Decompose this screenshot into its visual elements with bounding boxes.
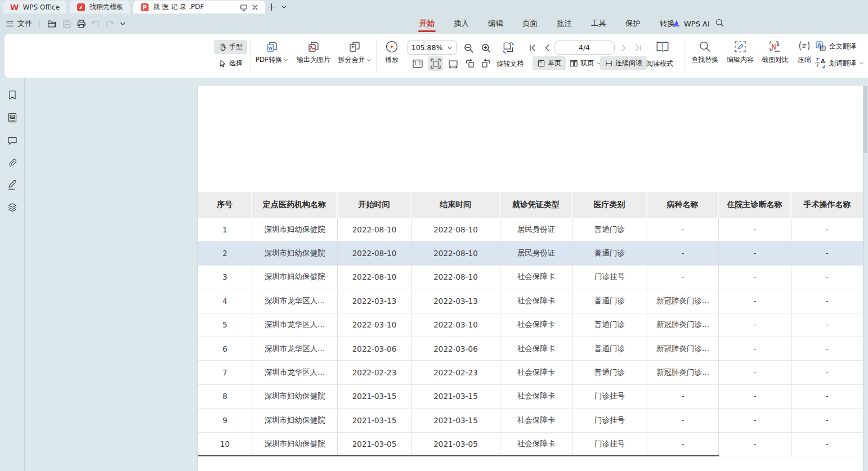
table-cell: 1 xyxy=(198,218,252,241)
actual-size-button[interactable]: 1:1 xyxy=(411,57,424,70)
find-replace-button[interactable]: 查找替换 xyxy=(687,38,723,73)
main-menus: 开始 插入 编辑 页面 批注 工具 保护 转换 xyxy=(410,14,684,34)
single-page-button[interactable]: 单页 xyxy=(533,56,566,70)
svg-text:字: 字 xyxy=(815,62,820,68)
first-page-button[interactable] xyxy=(527,42,538,53)
hand-tool-button[interactable]: 手型 xyxy=(214,40,247,54)
search-icon[interactable] xyxy=(715,18,724,28)
monitor-icon[interactable] xyxy=(240,3,248,11)
table-cell: 2021-03-15 xyxy=(411,385,500,409)
table-header-cell: 就诊凭证类型 xyxy=(500,192,572,218)
table-cell: - xyxy=(791,241,863,265)
menu-insert[interactable]: 插入 xyxy=(444,14,478,34)
table-cell: 深圳市妇幼保健院 xyxy=(252,241,338,265)
table-header-cell: 结束时间 xyxy=(411,192,500,218)
table-header-row: 序号定点医药机构名称开始时间结束时间就诊凭证类型医疗类别病种名称住院主诊断名称手… xyxy=(198,192,863,218)
menu-tools[interactable]: 工具 xyxy=(581,14,616,34)
close-tab-icon[interactable] xyxy=(252,4,258,11)
table-cell: 2022-03-10 xyxy=(338,313,411,337)
wps-ai-button[interactable]: WPS AI xyxy=(672,14,710,34)
save-icon[interactable] xyxy=(62,19,71,29)
table-cell: - xyxy=(791,266,863,289)
fit-page-button[interactable] xyxy=(428,56,443,71)
continuous-reading-button[interactable]: 连续阅读 xyxy=(600,56,647,70)
tab-document-pdf[interactable]: P 就 医 记 录 .PDF xyxy=(133,1,265,14)
rotate-document-icon-button[interactable] xyxy=(500,39,517,56)
new-tab-button[interactable] xyxy=(265,1,278,13)
edit-content-button[interactable]: 编辑内容 xyxy=(723,38,758,73)
undo-icon[interactable] xyxy=(91,19,100,28)
redo-icon[interactable] xyxy=(105,19,114,28)
table-cell: 2022-03-13 xyxy=(338,289,411,313)
menu-home[interactable]: 开始 xyxy=(410,14,444,34)
rotate-right-button[interactable] xyxy=(478,57,493,70)
read-mode-icon-button[interactable] xyxy=(654,39,671,55)
tab-list-dropdown[interactable] xyxy=(278,1,290,13)
divider xyxy=(250,39,251,72)
comment-icon[interactable] xyxy=(7,135,18,146)
attachment-icon[interactable] xyxy=(7,157,18,168)
svg-text:P: P xyxy=(142,5,146,11)
pdf-convert-button[interactable]: PDF转换 xyxy=(252,38,292,73)
table-cell: - xyxy=(719,409,791,432)
signature-icon[interactable] xyxy=(7,180,18,191)
menu-protect[interactable]: 保护 xyxy=(616,14,650,34)
print-icon[interactable] xyxy=(77,19,86,29)
read-mode-label: 阅读模式 xyxy=(646,59,673,69)
bookmark-icon[interactable] xyxy=(7,89,18,101)
last-page-button[interactable] xyxy=(633,42,644,53)
open-folder-icon[interactable] xyxy=(47,19,57,29)
chevron-down-icon[interactable] xyxy=(119,20,126,27)
zoom-out-button[interactable] xyxy=(462,41,475,55)
play-icon xyxy=(385,40,399,53)
medical-records-table: 序号定点医药机构名称开始时间结束时间就诊凭证类型医疗类别病种名称住院主诊断名称手… xyxy=(198,192,863,456)
table-cell: 10 xyxy=(198,433,252,456)
next-page-button[interactable] xyxy=(618,42,629,53)
menu-edit[interactable]: 编辑 xyxy=(478,14,513,34)
pdf-page[interactable]: 序号定点医药机构名称开始时间结束时间就诊凭证类型医疗类别病种名称住院主诊断名称手… xyxy=(198,86,863,471)
table-cell: 2022-03-06 xyxy=(338,337,411,361)
compress-label: 压缩 xyxy=(798,55,811,65)
table-cell: 社会保障卡 xyxy=(500,409,572,432)
table-cell: - xyxy=(719,289,791,313)
word-translate-button[interactable]: 字 A 划词翻译 xyxy=(815,56,864,70)
page-number-input[interactable]: 4/4 xyxy=(554,41,615,55)
thumbnail-icon[interactable] xyxy=(7,112,18,123)
previous-page-button[interactable] xyxy=(542,42,553,53)
read-mode-button[interactable]: 阅读模式 xyxy=(646,57,673,70)
rotate-left-button[interactable] xyxy=(463,57,477,70)
tab-docer-templates[interactable]: 找稻壳模板 xyxy=(70,1,130,14)
pdf-file-icon: P xyxy=(140,3,149,12)
table-cell: 深圳市龙华区人... xyxy=(252,337,338,361)
table-cell: 社会保障卡 xyxy=(500,289,572,313)
full-translate-icon: A 文 xyxy=(815,41,826,52)
table-cell: 深圳市龙华区人... xyxy=(252,289,338,313)
file-menu-button[interactable]: 文件 xyxy=(6,19,32,29)
compress-button[interactable]: 压缩 xyxy=(791,38,817,73)
fit-width-button[interactable] xyxy=(446,57,460,70)
layers-icon[interactable] xyxy=(7,201,18,213)
table-cell: - xyxy=(791,337,863,361)
table-cell: 深圳市龙华区人... xyxy=(252,361,338,384)
edit-content-label: 编辑内容 xyxy=(727,55,754,65)
zoom-in-icon xyxy=(481,43,491,53)
export-image-icon xyxy=(307,40,320,53)
table-cell: 普通门诊 xyxy=(572,361,647,384)
full-text-translate-button[interactable]: A 文 全文翻译 xyxy=(815,39,856,53)
screenshot-compare-label: 截图对比 xyxy=(762,55,789,65)
table-row: 10深圳市妇幼保健院2021-03-052021-03-05社会保障卡门诊挂号-… xyxy=(198,433,863,456)
select-tool-button[interactable]: 选择 xyxy=(214,56,247,70)
export-image-button[interactable]: 输出为图片 xyxy=(293,38,334,73)
menu-page[interactable]: 页面 xyxy=(513,14,547,34)
table-cell: 社会保障卡 xyxy=(500,385,572,409)
screenshot-compare-button[interactable]: 截图对比 xyxy=(758,38,793,73)
split-merge-button[interactable]: 拆分合并 xyxy=(334,38,375,73)
menu-annotate[interactable]: 批注 xyxy=(547,14,581,34)
zoom-in-button[interactable] xyxy=(479,41,493,55)
tab-wps-home[interactable]: W WPS Office xyxy=(3,1,66,14)
vertical-scrollbar[interactable] xyxy=(863,86,867,153)
play-button[interactable]: 播放 xyxy=(378,38,405,73)
zoom-level-select[interactable]: 105.88% xyxy=(408,41,457,55)
divider xyxy=(39,19,40,28)
rotate-document-button[interactable]: 旋转文档 xyxy=(496,57,524,70)
